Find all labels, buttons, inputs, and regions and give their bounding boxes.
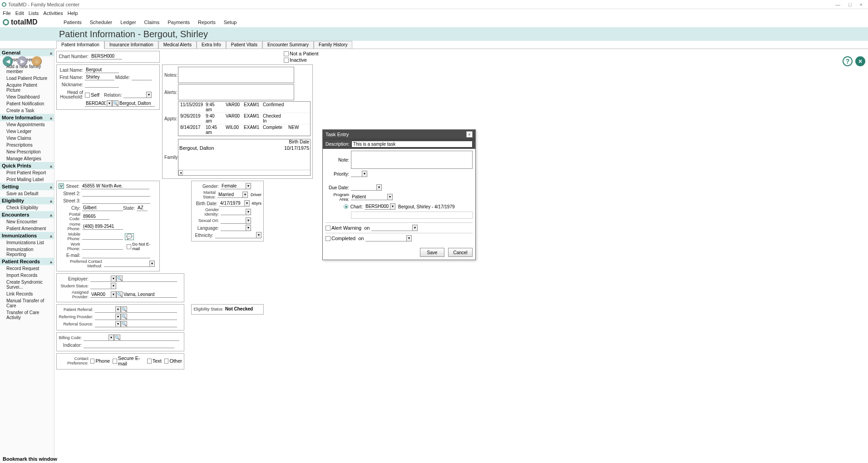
appointment-row[interactable]: 8/14/201710:45 amWIL00EXAM1CompleteNEW [178, 124, 310, 136]
sidebar-item-create-syndromic-survei[interactable]: Create Syndromic Survei... [0, 279, 54, 291]
nav-claims[interactable]: Claims [144, 20, 160, 25]
language-select[interactable] [221, 225, 246, 231]
gender-identity-select[interactable] [221, 209, 246, 215]
head-chart-input[interactable] [85, 100, 107, 107]
tab-patient-information[interactable]: Patient Information [56, 41, 104, 49]
family-member-name[interactable]: Bergout, Dalton [179, 145, 284, 151]
assigned-provider-name-input[interactable] [123, 291, 177, 298]
assigned-provider-select[interactable] [90, 291, 111, 298]
sidebar-item-view-appointments[interactable]: View Appointments [0, 121, 54, 128]
menu-activities[interactable]: Activities [43, 10, 63, 16]
mobile-phone-input[interactable] [82, 233, 123, 240]
appointment-row[interactable]: 9/26/20199:40 amVAR00EXAM1Checked In [178, 113, 310, 124]
birth-date-input[interactable] [219, 200, 244, 207]
billing-code-name-input[interactable] [120, 335, 179, 341]
referring-provider-dropdown-icon[interactable]: ▾ [115, 314, 121, 320]
menu-file[interactable]: File [3, 10, 11, 16]
sidebar-item-record-request[interactable]: Record Request [0, 265, 54, 272]
completed-checkbox[interactable] [326, 236, 330, 241]
employer-select[interactable] [90, 276, 111, 282]
street2-input[interactable] [82, 190, 150, 197]
note-textarea[interactable] [351, 151, 473, 169]
sidebar-item-acquire-patient-picture[interactable]: Acquire Patient Picture [0, 82, 54, 94]
employer-dropdown-icon[interactable]: ▾ [111, 276, 116, 282]
sidebar-item-manual-transfer-of-care[interactable]: Manual Transfer of Care [0, 297, 54, 309]
alerts-textarea[interactable] [178, 84, 294, 100]
sidebar-item-patient-notification[interactable]: Patient Notification [0, 100, 54, 107]
state-input[interactable] [137, 205, 148, 211]
tab-encounter-summary[interactable]: Encounter Summary [262, 41, 314, 49]
maximize-button[interactable]: □ [848, 2, 852, 7]
patient-referral-dropdown-icon[interactable]: ▾ [115, 306, 121, 313]
sidebar-item-save-as-default[interactable]: Save as Default [0, 190, 54, 197]
notes-textarea[interactable] [178, 67, 294, 83]
referral-source-name-input[interactable] [127, 321, 177, 327]
sexual-ort-select[interactable] [221, 217, 246, 224]
marital-select[interactable] [217, 192, 242, 198]
sidebar-item-immunizations-list[interactable]: Immunizations List [0, 239, 54, 246]
referring-provider-search-icon[interactable]: 🔍 [121, 314, 127, 320]
head-name-input[interactable] [118, 100, 155, 107]
referral-source-select[interactable] [95, 321, 115, 327]
inactive-checkbox[interactable] [284, 58, 289, 63]
do-not-email-checkbox[interactable] [127, 244, 132, 249]
sidebar-header-setting[interactable]: Setting [0, 183, 54, 190]
student-status-select[interactable] [90, 283, 111, 289]
ethnicity-select[interactable] [215, 232, 256, 238]
description-input[interactable] [351, 141, 473, 148]
sexual-ort-dropdown-icon[interactable]: ▾ [246, 217, 251, 224]
sidebar-header-encounters[interactable]: Encounters [0, 211, 54, 218]
sidebar-item-view-claims[interactable]: View Claims [0, 135, 54, 142]
sidebar-item-print-mailing-label[interactable]: Print Mailing Label [0, 176, 54, 183]
sidebar-item-immunization-reporting[interactable]: Immunization Reporting [0, 246, 54, 258]
postal-input[interactable] [82, 213, 109, 220]
sidebar-item-view-ledger[interactable]: View Ledger [0, 128, 54, 135]
home-button[interactable]: ⌂ [32, 56, 42, 66]
alert-warning-checkbox[interactable] [326, 226, 330, 231]
student-status-dropdown-icon[interactable]: ▾ [111, 283, 116, 289]
billing-code-search-icon[interactable]: 🔍 [114, 335, 120, 341]
sidebar-item-load-patient-picture[interactable]: Load Patient Picture [0, 75, 54, 82]
sidebar-item-new-encounter[interactable]: New Encounter [0, 218, 54, 225]
sidebar-item-create-a-task[interactable]: Create a Task [0, 107, 54, 114]
contact-other-checkbox[interactable] [164, 359, 169, 364]
last-name-input[interactable] [85, 67, 119, 73]
indicator-input[interactable] [84, 342, 174, 348]
language-dropdown-icon[interactable]: ▾ [246, 225, 251, 231]
gender-select[interactable] [221, 183, 246, 189]
middle-input[interactable] [132, 74, 152, 80]
gender-dropdown-icon[interactable]: ▾ [246, 183, 251, 189]
menu-edit[interactable]: Edit [15, 10, 24, 16]
bookmark-link[interactable]: Bookmark this window [0, 455, 60, 463]
employer-name-input[interactable] [123, 276, 177, 282]
sidebar-item-manage-allergies[interactable]: Manage Allergies [0, 155, 54, 162]
self-checkbox[interactable] [85, 93, 90, 98]
referral-source-dropdown-icon[interactable]: ▾ [115, 321, 121, 327]
save-button[interactable]: Save [420, 248, 444, 257]
nav-ledger[interactable]: Ledger [120, 20, 136, 25]
chart-list[interactable] [351, 212, 473, 219]
patient-referral-select[interactable] [95, 306, 115, 313]
priority-select[interactable] [351, 171, 362, 177]
contact-text-checkbox[interactable] [147, 359, 152, 364]
chart-number-input[interactable] [90, 53, 122, 59]
tab-medical-alerts[interactable]: Medical Alerts [158, 41, 197, 49]
nav-reports[interactable]: Reports [198, 20, 216, 25]
sidebar-item-print-patient-report[interactable]: Print Patient Report [0, 169, 54, 176]
chart-radio[interactable] [344, 204, 348, 209]
mobile-text-icon[interactable]: 💬 [125, 233, 134, 240]
pref-contact-dropdown-icon[interactable]: ▾ [149, 261, 155, 267]
due-date-dropdown-icon[interactable]: ▾ [376, 184, 382, 191]
due-date-input[interactable] [351, 184, 376, 191]
contact-phone-checkbox[interactable] [90, 359, 95, 364]
nav-payments[interactable]: Payments [168, 20, 190, 25]
dialog-close-icon[interactable]: × [466, 131, 473, 138]
program-area-select[interactable] [351, 194, 387, 200]
program-area-dropdown-icon[interactable]: ▾ [387, 194, 393, 200]
completed-date-select[interactable] [365, 235, 406, 241]
employer-search-icon[interactable]: 🔍 [116, 276, 123, 282]
birth-date-dropdown-icon[interactable]: ▾ [244, 200, 250, 207]
sidebar-item-patient-amendment[interactable]: Patient Amendment [0, 225, 54, 232]
first-name-input[interactable] [85, 74, 114, 80]
sidebar-item-view-dashboard[interactable]: View Dashboard [0, 94, 54, 100]
